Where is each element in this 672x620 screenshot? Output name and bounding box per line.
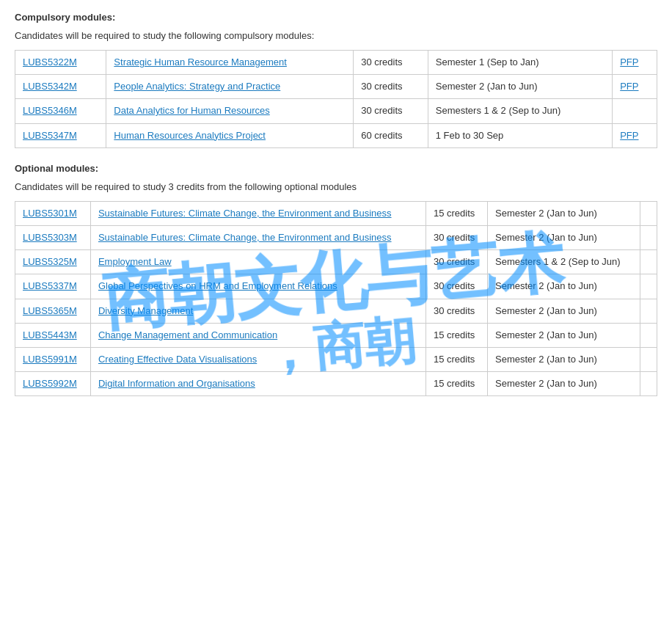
module-code[interactable]: LUBS5992M xyxy=(15,372,91,396)
module-credits: 30 credits xyxy=(426,274,487,299)
module-pfp xyxy=(640,250,657,274)
table-row: LUBS5303MSustainable Futures: Climate Ch… xyxy=(15,225,657,249)
module-name[interactable]: Change Management and Communication xyxy=(90,323,426,347)
table-row: LUBS5325MEmployment Law30 creditsSemeste… xyxy=(15,250,657,274)
module-pfp[interactable]: PFP xyxy=(613,51,657,75)
module-semester: Semester 1 (Sep to Jan) xyxy=(428,51,612,75)
module-pfp xyxy=(640,274,657,299)
module-code[interactable]: LUBS5325M xyxy=(15,250,91,274)
table-row: LUBS5992MDigital Information and Organis… xyxy=(15,372,657,396)
module-pfp xyxy=(640,372,657,396)
module-name[interactable]: Digital Information and Organisations xyxy=(90,372,426,396)
module-credits: 30 credits xyxy=(354,75,428,99)
module-credits: 30 credits xyxy=(426,225,487,249)
module-code[interactable]: LUBS5342M xyxy=(15,75,106,99)
module-semester: Semester 2 (Jan to Jun) xyxy=(488,372,640,396)
module-credits: 30 credits xyxy=(354,99,428,123)
module-name[interactable]: Employment Law xyxy=(90,250,426,274)
module-semester: Semester 2 (Jan to Jun) xyxy=(488,201,640,225)
module-name[interactable]: Human Resources Analytics Project xyxy=(106,123,354,147)
table-row: LUBS5443MChange Management and Communica… xyxy=(15,323,657,347)
module-credits: 30 credits xyxy=(354,51,428,75)
module-pfp xyxy=(640,225,657,249)
module-code[interactable]: LUBS5347M xyxy=(15,123,106,147)
module-code[interactable]: LUBS5322M xyxy=(15,51,106,75)
compulsory-table: LUBS5322MStrategic Human Resource Manage… xyxy=(15,50,657,148)
module-semester: 1 Feb to 30 Sep xyxy=(428,123,612,147)
module-pfp[interactable]: PFP xyxy=(613,75,657,99)
module-code[interactable]: LUBS5365M xyxy=(15,299,91,323)
module-name[interactable]: People Analytics: Strategy and Practice xyxy=(106,75,354,99)
module-semester: Semesters 1 & 2 (Sep to Jun) xyxy=(488,250,640,274)
module-name[interactable]: Sustainable Futures: Climate Change, the… xyxy=(90,225,426,249)
module-semester: Semester 2 (Jan to Jun) xyxy=(488,323,640,347)
compulsory-heading: Compulsory modules: xyxy=(15,12,657,23)
module-name[interactable]: Diversity Management xyxy=(90,299,426,323)
optional-table: LUBS5301MSustainable Futures: Climate Ch… xyxy=(15,201,657,397)
module-pfp xyxy=(640,201,657,225)
module-name[interactable]: Data Analytics for Human Resources xyxy=(106,99,354,123)
module-name[interactable]: Global Perspectives on HRM and Employmen… xyxy=(90,274,426,299)
table-row: LUBS5347MHuman Resources Analytics Proje… xyxy=(15,123,657,147)
module-pfp xyxy=(640,299,657,323)
module-semester: Semester 2 (Jan to Jun) xyxy=(488,225,640,249)
module-semester: Semesters 1 & 2 (Sep to Jun) xyxy=(428,99,612,123)
table-row: LUBS5365MDiversity Management30 creditsS… xyxy=(15,299,657,323)
module-code[interactable]: LUBS5991M xyxy=(15,347,91,371)
module-credits: 60 credits xyxy=(354,123,428,147)
table-row: LUBS5322MStrategic Human Resource Manage… xyxy=(15,51,657,75)
table-row: LUBS5337MGlobal Perspectives on HRM and … xyxy=(15,274,657,299)
module-semester: Semester 2 (Jan to Jun) xyxy=(488,299,640,323)
optional-section: Optional modules: Candidates will be req… xyxy=(15,163,657,397)
module-credits: 15 credits xyxy=(426,372,487,396)
table-row: LUBS5991MCreating Effective Data Visuali… xyxy=(15,347,657,371)
optional-heading: Optional modules: xyxy=(15,163,657,174)
module-code[interactable]: LUBS5337M xyxy=(15,274,91,299)
compulsory-section: Compulsory modules: Candidates will be r… xyxy=(15,12,657,148)
module-credits: 30 credits xyxy=(426,299,487,323)
module-pfp xyxy=(640,323,657,347)
module-name[interactable]: Strategic Human Resource Management xyxy=(106,51,354,75)
module-name[interactable]: Creating Effective Data Visualisations xyxy=(90,347,426,371)
table-row: LUBS5346MData Analytics for Human Resour… xyxy=(15,99,657,123)
module-semester: Semester 2 (Jan to Jun) xyxy=(488,347,640,371)
compulsory-intro: Candidates will be required to study the… xyxy=(15,30,657,41)
module-credits: 15 credits xyxy=(426,347,487,371)
module-pfp xyxy=(640,347,657,371)
module-code[interactable]: LUBS5346M xyxy=(15,99,106,123)
module-credits: 15 credits xyxy=(426,323,487,347)
module-code[interactable]: LUBS5303M xyxy=(15,225,91,249)
table-row: LUBS5301MSustainable Futures: Climate Ch… xyxy=(15,201,657,225)
module-name[interactable]: Sustainable Futures: Climate Change, the… xyxy=(90,201,426,225)
table-row: LUBS5342MPeople Analytics: Strategy and … xyxy=(15,75,657,99)
module-pfp xyxy=(613,99,657,123)
module-credits: 15 credits xyxy=(426,201,487,225)
module-code[interactable]: LUBS5443M xyxy=(15,323,91,347)
module-credits: 30 credits xyxy=(426,250,487,274)
optional-intro: Candidates will be required to study 3 c… xyxy=(15,181,657,192)
module-semester: Semester 2 (Jan to Jun) xyxy=(488,274,640,299)
module-semester: Semester 2 (Jan to Jun) xyxy=(428,75,612,99)
module-pfp[interactable]: PFP xyxy=(613,123,657,147)
module-code[interactable]: LUBS5301M xyxy=(15,201,91,225)
